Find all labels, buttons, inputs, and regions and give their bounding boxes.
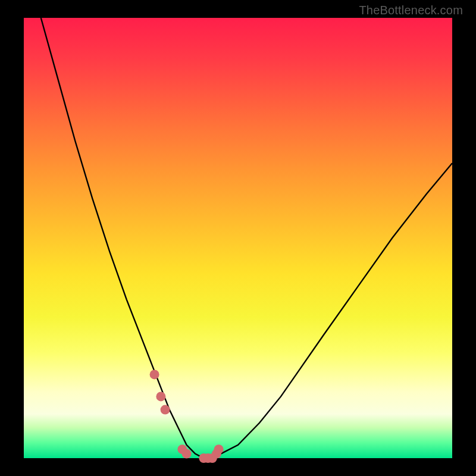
curve-layer [24, 18, 452, 458]
highlight-point [150, 369, 159, 379]
plot-area [24, 18, 452, 458]
chart-container: TheBottleneck.com [0, 0, 476, 476]
watermark-text: TheBottleneck.com [359, 4, 463, 17]
highlight-point [182, 449, 192, 459]
highlight-point [214, 444, 224, 454]
highlight-point [156, 392, 165, 401]
bottleneck-curve [41, 18, 452, 458]
marker-group [150, 369, 224, 463]
highlight-point [161, 405, 170, 415]
